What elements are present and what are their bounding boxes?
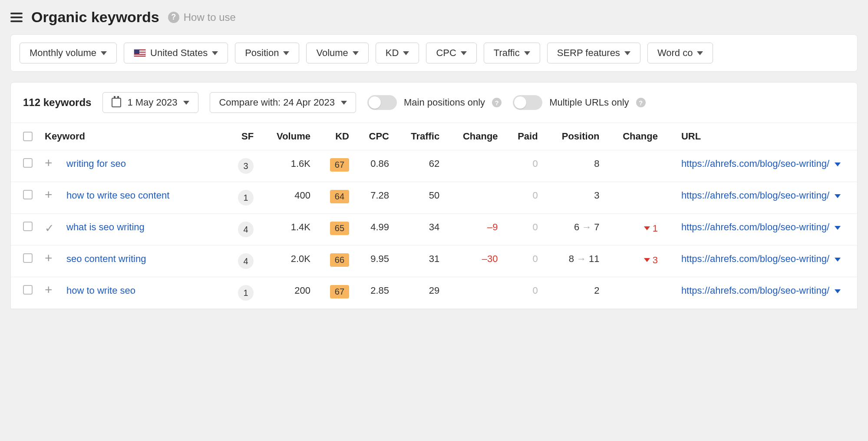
checkmark-icon[interactable]: ✓: [45, 222, 54, 235]
keyword-link[interactable]: how to write seo: [66, 285, 135, 296]
col-url[interactable]: URL: [664, 123, 857, 150]
col-traffic[interactable]: Traffic: [395, 123, 446, 150]
url-link[interactable]: https://ahrefs.com/blog/seo-writing/: [681, 190, 829, 201]
keyword-link[interactable]: seo content writing: [66, 253, 146, 264]
change-cell: [446, 182, 504, 214]
url-link[interactable]: https://ahrefs.com/blog/seo-writing/: [681, 285, 829, 296]
filter-chip[interactable]: Volume: [306, 43, 368, 63]
cpc-cell: 4.99: [355, 214, 395, 245]
col-change[interactable]: Change: [446, 123, 504, 150]
chevron-down-icon: [283, 51, 289, 55]
table-header-row: Keyword SF Volume KD CPC Traffic Change …: [11, 123, 857, 150]
change-cell: –9: [446, 214, 504, 245]
chevron-down-icon[interactable]: [835, 194, 841, 198]
filter-chip[interactable]: Word co: [647, 43, 713, 63]
flag-us-icon: [134, 49, 146, 57]
col-change2[interactable]: Change: [606, 123, 664, 150]
compare-picker[interactable]: Compare with: 24 Apr 2023: [210, 92, 356, 113]
table-row: ✓what is seo writing41.4K654.9934–906→71…: [11, 214, 857, 245]
col-cpc[interactable]: CPC: [355, 123, 395, 150]
expand-icon[interactable]: +: [45, 187, 53, 202]
filter-label: United States: [150, 47, 208, 59]
volume-cell: 1.6K: [260, 150, 317, 182]
date-label: 1 May 2023: [127, 97, 177, 108]
expand-icon[interactable]: +: [45, 156, 53, 170]
row-checkbox[interactable]: [23, 222, 33, 231]
keyword-link[interactable]: what is seo writing: [66, 222, 145, 232]
keyword-link[interactable]: writing for seo: [66, 158, 126, 169]
expand-icon[interactable]: +: [45, 282, 53, 297]
col-kd[interactable]: KD: [317, 123, 355, 150]
toggle-switch[interactable]: [367, 95, 397, 110]
table-row: +how to write seo1200672.852902https://a…: [11, 277, 857, 309]
row-checkbox[interactable]: [23, 253, 33, 263]
date-picker[interactable]: 1 May 2023: [102, 92, 198, 113]
expand-icon[interactable]: +: [45, 251, 53, 265]
chevron-down-icon[interactable]: [835, 162, 841, 166]
kd-badge: 67: [330, 285, 349, 298]
sf-badge[interactable]: 3: [238, 158, 254, 174]
position-cell: 2: [544, 277, 606, 309]
col-keyword[interactable]: Keyword: [39, 123, 225, 150]
kd-badge: 67: [330, 158, 349, 172]
pos-change-cell: 1: [606, 214, 664, 245]
menu-icon[interactable]: [10, 13, 23, 22]
col-sf[interactable]: SF: [225, 123, 260, 150]
col-paid[interactable]: Paid: [504, 123, 544, 150]
sf-badge[interactable]: 4: [238, 253, 254, 269]
sf-badge[interactable]: 1: [238, 190, 254, 206]
col-volume[interactable]: Volume: [260, 123, 317, 150]
filter-chip[interactable]: Monthly volume: [20, 43, 117, 63]
url-cell: https://ahrefs.com/blog/seo-writing/: [664, 277, 857, 309]
keyword-count: 112 keywords: [23, 96, 91, 109]
traffic-cell: 50: [395, 182, 446, 214]
how-to-use-link[interactable]: ? How to use: [168, 11, 236, 23]
position-cell: 8: [544, 150, 606, 182]
filter-chip[interactable]: United States: [124, 43, 228, 63]
filter-chip[interactable]: SERP features: [547, 43, 640, 63]
pos-change-cell: 3: [606, 245, 664, 277]
pos-change-cell: [606, 277, 664, 309]
cpc-cell: 7.28: [355, 182, 395, 214]
arrow-right-icon: →: [582, 222, 591, 232]
volume-cell: 200: [260, 277, 317, 309]
url-cell: https://ahrefs.com/blog/seo-writing/: [664, 214, 857, 245]
sf-badge[interactable]: 4: [238, 222, 254, 237]
arrow-right-icon: →: [577, 253, 586, 264]
toggle-switch[interactable]: [513, 95, 542, 110]
filter-label: Monthly volume: [30, 47, 96, 59]
help-icon[interactable]: ?: [492, 98, 502, 107]
url-link[interactable]: https://ahrefs.com/blog/seo-writing/: [681, 158, 829, 169]
calendar-icon: [112, 98, 121, 107]
filter-label: Volume: [316, 47, 348, 59]
kd-badge: 65: [330, 222, 349, 235]
paid-cell: 0: [504, 182, 544, 214]
url-link[interactable]: https://ahrefs.com/blog/seo-writing/: [681, 222, 829, 232]
help-icon[interactable]: ?: [636, 98, 646, 107]
table-toolbar: 112 keywords 1 May 2023 Compare with: 24…: [11, 83, 857, 123]
traffic-cell: 34: [395, 214, 446, 245]
chevron-down-icon[interactable]: [835, 289, 841, 293]
cpc-cell: 2.85: [355, 277, 395, 309]
chevron-down-icon[interactable]: [835, 226, 841, 230]
filter-chip[interactable]: KD: [376, 43, 419, 63]
filter-label: Word co: [657, 47, 693, 59]
row-checkbox[interactable]: [23, 158, 33, 168]
row-checkbox[interactable]: [23, 190, 33, 199]
row-checkbox[interactable]: [23, 285, 33, 295]
top-bar: Organic keywords ? How to use: [0, 0, 868, 34]
filter-chip[interactable]: Traffic: [484, 43, 540, 63]
select-all-checkbox[interactable]: [23, 132, 33, 141]
filter-chip[interactable]: CPC: [426, 43, 476, 63]
filter-label: Position: [245, 47, 279, 59]
chevron-down-icon[interactable]: [835, 258, 841, 262]
url-link[interactable]: https://ahrefs.com/blog/seo-writing/: [681, 253, 829, 264]
sf-badge[interactable]: 1: [238, 285, 254, 301]
col-position[interactable]: Position: [544, 123, 606, 150]
traffic-cell: 62: [395, 150, 446, 182]
table-panel: 112 keywords 1 May 2023 Compare with: 24…: [10, 82, 858, 309]
keyword-link[interactable]: how to write seo content: [66, 190, 169, 201]
chevron-down-icon: [697, 51, 703, 55]
filter-chip[interactable]: Position: [235, 43, 299, 63]
paid-cell: 0: [504, 150, 544, 182]
